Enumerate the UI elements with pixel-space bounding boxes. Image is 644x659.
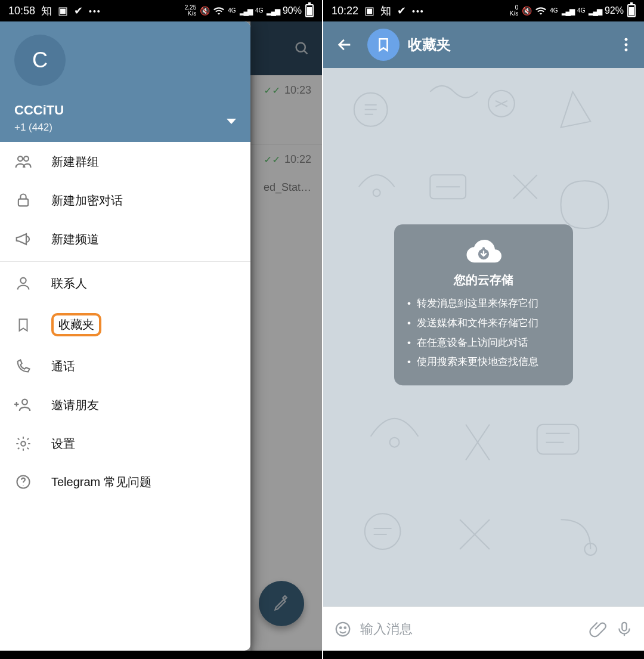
screen-left: 10:58 知 ▣ ✔ 2.25K/s 🔇 4G 4G 90% [0, 0, 322, 659]
status-time: 10:22 [332, 5, 358, 17]
menu-settings[interactable]: 设置 [0, 425, 250, 463]
battery-icon [627, 4, 636, 17]
chevron-down-icon[interactable] [227, 119, 236, 124]
help-icon [13, 474, 33, 490]
avatar[interactable]: C [14, 35, 66, 86]
message-input[interactable]: 输入消息 [360, 620, 581, 638]
phone-icon [13, 358, 33, 375]
battery-pct: 90% [283, 5, 302, 16]
check-icon: ✔ [74, 4, 83, 17]
menu-item-label: 通话 [51, 358, 237, 375]
svg-point-8 [625, 38, 628, 41]
svg-point-20 [336, 622, 350, 636]
menu-item-label: 新建群组 [51, 154, 237, 170]
empty-bullet: 在任意设备上访问此对话 [406, 336, 561, 351]
empty-bullet: 发送媒体和文件来存储它们 [406, 316, 561, 331]
screen-right: 10:22 ▣ 知 ✔ 0K/s 🔇 4G 4G 92% [322, 0, 644, 659]
battery-icon [305, 4, 314, 17]
empty-bullet: 使用搜索来更快地查找信息 [406, 355, 561, 370]
net-label: 4G [550, 8, 558, 14]
wifi-icon [213, 7, 224, 15]
invite-icon [13, 396, 33, 414]
divider [0, 261, 250, 262]
check-icon: ✔ [397, 4, 406, 17]
drawer-header[interactable]: C CCCiTU +1 (442) [0, 21, 250, 142]
signal-icon [240, 5, 252, 16]
gear-icon [13, 435, 33, 452]
mic-icon[interactable] [615, 620, 633, 638]
chat-background: 您的云存储 转发消息到这里来保存它们 发送媒体和文件来存储它们 在任意设备上访问… [323, 68, 644, 607]
attach-icon[interactable] [589, 620, 607, 638]
status-time: 10:58 [8, 5, 35, 17]
empty-title: 您的云存储 [406, 273, 561, 289]
back-button[interactable] [330, 32, 359, 58]
overflow-menu[interactable] [615, 32, 637, 57]
menu-new-secret-chat[interactable]: 新建加密对话 [0, 181, 250, 219]
status-bar: 10:58 知 ▣ ✔ 2.25K/s 🔇 4G 4G 90% [0, 0, 322, 21]
nav-bar [323, 651, 644, 659]
svg-point-21 [340, 627, 342, 629]
lock-icon [13, 192, 33, 209]
svg-point-15 [390, 438, 400, 447]
svg-point-10 [625, 48, 628, 51]
menu-item-label: 新建加密对话 [51, 193, 237, 209]
net-label: 4G [228, 8, 236, 14]
menu-calls[interactable]: 通话 [0, 347, 250, 385]
account-name: CCCiTU [14, 103, 236, 118]
menu-new-group[interactable]: 新建群组 [0, 142, 250, 181]
menu-invite-friends[interactable]: 邀请朋友 [0, 385, 250, 425]
nav-drawer: C CCCiTU +1 (442) 新建群组 新建加密对话 [0, 21, 250, 651]
page-title: 收藏夹 [408, 35, 451, 54]
svg-point-2 [24, 156, 29, 161]
svg-point-1 [18, 156, 23, 161]
notif-icon: 知 [41, 4, 52, 18]
more-notif-icon [412, 5, 425, 17]
menu-item-label: 联系人 [51, 276, 237, 292]
svg-point-13 [373, 189, 380, 196]
menu-contacts[interactable]: 联系人 [0, 264, 250, 302]
nav-bar [0, 651, 322, 659]
svg-point-9 [625, 44, 628, 47]
svg-rect-3 [18, 199, 28, 206]
svg-point-17 [365, 513, 401, 549]
menu-item-label: Telegram 常见问题 [51, 474, 237, 490]
signal-icon [562, 5, 574, 16]
signal-icon-2 [589, 5, 601, 16]
menu-item-label: 设置 [51, 436, 237, 452]
gallery-icon: ▣ [58, 4, 68, 17]
status-bar: 10:22 ▣ 知 ✔ 0K/s 🔇 4G 4G 92% [323, 0, 644, 21]
svg-rect-23 [622, 622, 627, 630]
group-icon [13, 153, 33, 171]
menu-item-label: 邀请朋友 [51, 397, 237, 413]
wifi-icon [535, 7, 546, 15]
megaphone-icon [13, 230, 33, 248]
account-phone: +1 (442) [14, 122, 236, 134]
svg-rect-16 [537, 425, 579, 454]
menu-item-label: 新建频道 [51, 231, 237, 247]
mute-icon: 🔇 [200, 6, 210, 16]
emoji-icon[interactable] [334, 620, 352, 638]
menu-faq[interactable]: Telegram 常见问题 [0, 463, 250, 501]
cloud-download-icon [406, 237, 561, 267]
svg-point-5 [22, 400, 27, 405]
menu-item-label: 收藏夹 [51, 313, 101, 336]
bookmark-icon [13, 317, 33, 333]
person-icon [13, 275, 33, 292]
empty-state-card: 您的云存储 转发消息到这里来保存它们 发送媒体和文件来存储它们 在任意设备上访问… [394, 225, 573, 386]
empty-bullet: 转发消息到这里来保存它们 [406, 297, 561, 312]
notif-icon: 知 [380, 4, 391, 18]
saved-messages-avatar[interactable] [367, 29, 400, 61]
menu-saved-messages[interactable]: 收藏夹 [0, 302, 250, 347]
gallery-icon: ▣ [364, 4, 374, 17]
toolbar: 收藏夹 [323, 21, 644, 68]
signal-icon-2 [267, 5, 279, 16]
battery-pct: 92% [605, 5, 624, 16]
menu-new-channel[interactable]: 新建频道 [0, 219, 250, 259]
more-notif-icon [89, 5, 101, 17]
svg-point-22 [345, 627, 346, 629]
svg-point-4 [20, 278, 26, 283]
message-input-bar: 输入消息 [323, 607, 644, 651]
svg-point-6 [21, 441, 25, 445]
mute-icon: 🔇 [522, 6, 532, 16]
